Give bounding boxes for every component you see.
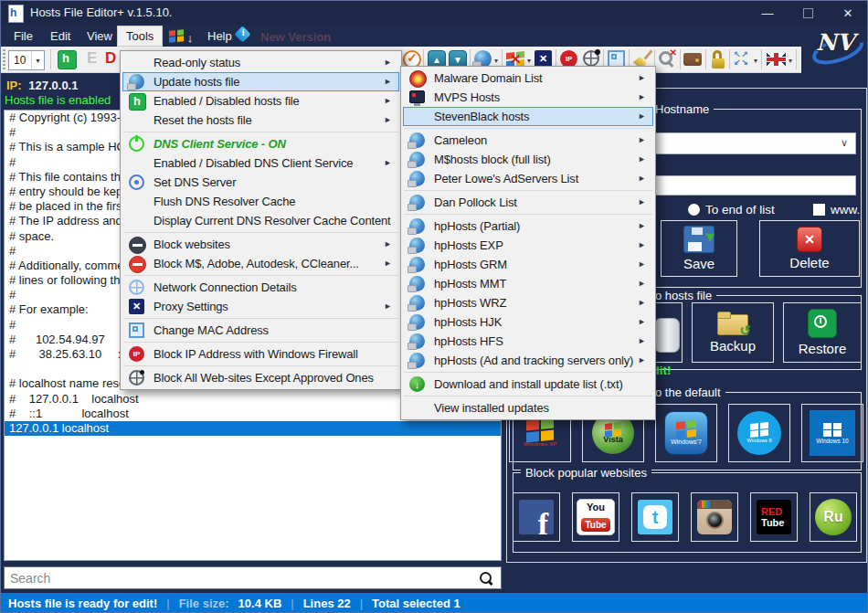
- menu-item-malware-domain-list[interactable]: Malware Domain List►: [403, 69, 653, 88]
- chevron-down-icon[interactable]: ▾: [494, 57, 498, 65]
- to-end-radio[interactable]: [688, 204, 700, 216]
- menu-item-hphosts-exp[interactable]: hpHosts EXP►: [403, 236, 653, 255]
- menu-item-network-connection-details[interactable]: Network Connection Details: [122, 278, 399, 297]
- menu-item-hphosts-hjk[interactable]: hpHosts HJK►: [403, 312, 653, 332]
- update-hosts-submenu: Malware Domain List►MVPS Hosts►StevenBla…: [400, 66, 656, 420]
- menu-item-mvps-hosts[interactable]: MVPS Hosts►: [403, 88, 653, 107]
- menu-item-block-m-adobe-autodesk-ccleaner[interactable]: Block M$, Adobe, Autodesk, CCleaner...►: [122, 254, 399, 273]
- remove-x-icon: ✕: [670, 48, 677, 58]
- windows-10-button[interactable]: Windows 10: [801, 404, 863, 462]
- windows-7-button[interactable]: Windows'7: [655, 404, 717, 462]
- proxy-icon: [129, 299, 144, 314]
- backup-button[interactable]: ↺ Backup: [692, 302, 774, 363]
- app-icon: h: [8, 5, 24, 23]
- menu-item-hphosts-hfs[interactable]: hpHosts HFS►: [403, 332, 653, 351]
- menu-windows-update[interactable]: ↓: [164, 28, 198, 47]
- wallet-button[interactable]: [683, 53, 702, 66]
- menu-item-hphosts-grm[interactable]: hpHosts GRM►: [403, 255, 653, 274]
- globe-update-icon: [409, 195, 425, 210]
- menu-item-set-dns-server[interactable]: Set DNS Server: [122, 173, 399, 192]
- delete-button[interactable]: Delete: [759, 220, 860, 277]
- block-instagram-button[interactable]: [691, 492, 738, 542]
- ip-red-icon: [129, 346, 144, 362]
- block-facebook-button[interactable]: f: [513, 492, 560, 542]
- menu-item-cameleon[interactable]: Cameleon►: [403, 131, 653, 150]
- close-button[interactable]: ✕: [832, 1, 863, 25]
- chevron-down-icon[interactable]: ▼: [31, 51, 44, 69]
- editor-line-selected[interactable]: 127.0.0.1 localhost: [5, 421, 501, 436]
- save-button[interactable]: ▼ Save: [661, 220, 737, 277]
- menu-separator: [404, 372, 652, 373]
- menu-item-update-hosts-file[interactable]: Update hosts file►: [122, 72, 399, 91]
- search-icon[interactable]: [479, 571, 493, 586]
- menu-item-block-ip-address-with-windows-firewall[interactable]: Block IP Address with Windows Firewall: [122, 344, 399, 364]
- chevron-down-icon[interactable]: ▾: [789, 57, 792, 65]
- windows-8-button[interactable]: Windows 8: [728, 404, 790, 462]
- menu-item-dns-client-service-on[interactable]: DNS Client Service - ON: [122, 134, 399, 153]
- search-input[interactable]: Search: [4, 566, 502, 589]
- font-size-combo[interactable]: 10 ▼: [8, 50, 45, 70]
- menu-item-dan-pollock-list[interactable]: Dan Pollock List►: [403, 193, 653, 212]
- power-green-icon: [129, 136, 144, 152]
- globe-update-icon: [409, 171, 425, 186]
- search-placeholder: Search: [10, 571, 50, 586]
- language-flag-button[interactable]: [767, 53, 786, 66]
- menu-item-download-and-install-update-list-txt[interactable]: Download and install update list (.txt): [403, 375, 653, 394]
- menu-separator: [123, 132, 398, 132]
- rutube-icon: Ru: [815, 499, 852, 535]
- menu-edit[interactable]: Edit: [45, 27, 76, 45]
- block-youtube-button[interactable]: You Tube: [572, 492, 619, 542]
- chevron-down-icon[interactable]: ∨: [841, 137, 848, 149]
- menu-item-m-hosts-block-full-list[interactable]: M$hosts block (full list)►: [403, 150, 653, 169]
- restore-button[interactable]: Restore: [783, 302, 862, 363]
- www-checkbox[interactable]: [813, 204, 825, 216]
- chevron-down-icon[interactable]: ▾: [527, 57, 531, 65]
- toolbar-e-button[interactable]: E: [87, 49, 97, 68]
- lock-button[interactable]: [709, 50, 727, 69]
- search-remove-button[interactable]: ✕: [658, 50, 676, 69]
- block-redtube-button[interactable]: RED Tube: [750, 492, 798, 542]
- block-all-websites-button[interactable]: [583, 50, 599, 67]
- globe-update-icon: [409, 257, 425, 272]
- menu-item-hphosts-mmt[interactable]: hpHosts MMT►: [403, 274, 653, 293]
- menu-item-enabled-disabled-hosts-file[interactable]: Enabled / Disabled hosts file►: [122, 91, 399, 111]
- menu-item-proxy-settings[interactable]: Proxy Settings►: [122, 297, 399, 316]
- hosts-file-icon[interactable]: [58, 50, 77, 69]
- resize-window-button[interactable]: ↖↗↙↘: [734, 50, 752, 69]
- toolbar-d-button[interactable]: D: [105, 49, 116, 68]
- menu-item-peter-lowe-s-adservers-list[interactable]: Peter Lowe's AdServers List►: [403, 169, 653, 188]
- lines-count: Lines 22: [303, 597, 351, 610]
- globe-update-icon: [409, 295, 425, 311]
- file-size-value: 10.4 KB: [238, 597, 282, 610]
- maximize-button[interactable]: [792, 1, 823, 25]
- block-rutube-button[interactable]: Ru: [810, 492, 857, 542]
- menu-item-flush-dns-resolver-cache[interactable]: Flush DNS Resolver Cache: [122, 192, 399, 211]
- instagram-rainbow: [699, 501, 710, 508]
- menu-item-block-websites[interactable]: Block websites►: [122, 235, 399, 254]
- windows-8-icon: Windows 8: [737, 411, 781, 455]
- backup-folder-icon: ↺: [717, 312, 748, 335]
- menu-item-hphosts-wrz[interactable]: hpHosts WRZ►: [403, 293, 653, 312]
- menu-item-display-current-dns-resolver-cache-content[interactable]: Display Current DNS Resolver Cache Conte…: [122, 211, 399, 230]
- menu-view[interactable]: View: [81, 27, 118, 45]
- menu-item-block-all-web-sites-except-approved-ones[interactable]: Block All Web-sites Except Approved Ones: [122, 368, 399, 387]
- ready-for-edit-label: lit!: [656, 364, 672, 377]
- new-version-label: New Version: [260, 30, 331, 44]
- menu-item-view-installed-updates[interactable]: View installed updates: [403, 398, 653, 417]
- submenu-arrow-icon: ►: [638, 293, 646, 312]
- menu-item-enabled-disabled-dns-client-service[interactable]: Enabled / Disabled DNS Client Service►: [122, 153, 399, 173]
- menu-item-change-mac-address[interactable]: Change MAC Address: [122, 321, 399, 340]
- menu-item-reset-the-hosts-file[interactable]: Reset the hosts file►: [122, 111, 399, 130]
- chevron-down-icon[interactable]: ▾: [754, 57, 757, 65]
- block-twitter-button[interactable]: t: [631, 492, 679, 542]
- menu-help[interactable]: Help: [202, 27, 238, 45]
- menu-item-hphosts-ad-and-tracking-servers-only[interactable]: hpHosts (Ad and tracking servers only)►: [403, 351, 653, 370]
- windows-logo-icon: [169, 29, 184, 43]
- menu-tools[interactable]: Tools: [117, 26, 163, 47]
- menu-item-hphosts-partial[interactable]: hpHosts (Partial)►: [403, 217, 653, 236]
- menu-item-read-only-status[interactable]: Read-only status►: [122, 53, 399, 72]
- minimize-button[interactable]: —: [752, 1, 783, 25]
- menu-file[interactable]: File: [8, 27, 38, 45]
- toolbar-grip[interactable]: [3, 49, 5, 69]
- menu-item-stevenblack-hosts[interactable]: StevenBlack hosts►: [403, 107, 653, 126]
